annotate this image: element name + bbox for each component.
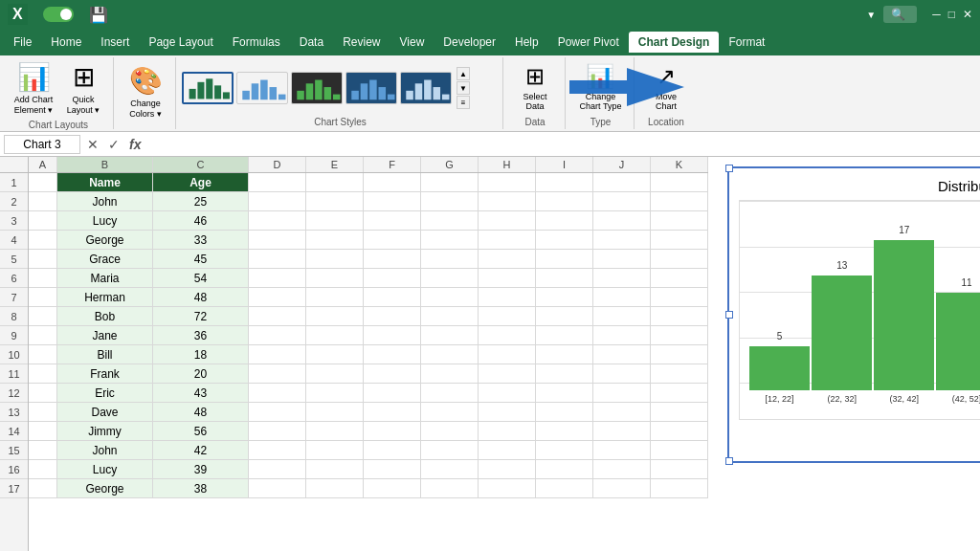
- cell-b10[interactable]: Bill: [57, 345, 153, 364]
- cell-i12[interactable]: [536, 384, 593, 403]
- cell-b5[interactable]: Grace: [57, 250, 153, 269]
- cell-i15[interactable]: [536, 441, 593, 460]
- chart-styles-down[interactable]: ▼: [457, 81, 470, 95]
- cell-c10[interactable]: 18: [153, 345, 249, 364]
- cell-c7[interactable]: 48: [153, 288, 249, 307]
- col-header-b[interactable]: B: [57, 157, 153, 172]
- bar-0[interactable]: 5: [749, 346, 810, 390]
- row-header-5[interactable]: 5: [0, 250, 28, 269]
- cell-c3[interactable]: 46: [153, 211, 249, 231]
- tab-view[interactable]: View: [390, 32, 434, 53]
- cell-c16[interactable]: 39: [153, 460, 249, 479]
- cell-k2[interactable]: [651, 192, 708, 211]
- cell-f2[interactable]: [364, 192, 421, 211]
- row-header-6[interactable]: 6: [0, 269, 28, 288]
- cell-b13[interactable]: Dave: [57, 403, 153, 422]
- cell-f15[interactable]: [364, 441, 421, 460]
- autosave-toggle[interactable]: [43, 7, 74, 22]
- cell-j7[interactable]: [593, 288, 651, 307]
- cell-b16[interactable]: Lucy: [57, 460, 153, 479]
- row-header-7[interactable]: 7: [0, 288, 28, 307]
- col-header-d[interactable]: D: [249, 157, 306, 172]
- row-header-3[interactable]: 3: [0, 211, 28, 231]
- row-header-8[interactable]: 8: [0, 307, 28, 326]
- chart-style-3[interactable]: [291, 72, 343, 104]
- cell-h10[interactable]: [479, 345, 536, 364]
- cell-g2[interactable]: [421, 192, 479, 211]
- cell-i8[interactable]: [536, 307, 593, 326]
- row-header-11[interactable]: 11: [0, 364, 28, 384]
- cell-a15[interactable]: [29, 441, 57, 460]
- cell-g10[interactable]: [421, 345, 479, 364]
- cell-j8[interactable]: [593, 307, 651, 326]
- cell-b11[interactable]: Frank: [57, 364, 153, 384]
- chart-handle-0[interactable]: [725, 165, 733, 172]
- cell-b6[interactable]: Maria: [57, 269, 153, 288]
- cell-j6[interactable]: [593, 269, 651, 288]
- tab-home[interactable]: Home: [41, 32, 91, 53]
- cell-h15[interactable]: [479, 441, 536, 460]
- cell-g12[interactable]: [421, 384, 479, 403]
- cell-f16[interactable]: [364, 460, 421, 479]
- tab-power-pivot[interactable]: Power Pivot: [548, 32, 629, 53]
- cell-j4[interactable]: [593, 231, 651, 250]
- cell-c14[interactable]: 56: [153, 422, 249, 441]
- row-header-2[interactable]: 2: [0, 192, 28, 211]
- cell-h16[interactable]: [479, 460, 536, 479]
- tab-chart-design[interactable]: Chart Design: [629, 32, 720, 53]
- cell-a12[interactable]: [29, 384, 57, 403]
- cell-k8[interactable]: [651, 307, 708, 326]
- col-header-e[interactable]: E: [306, 157, 364, 172]
- chart-style-5[interactable]: [400, 72, 452, 104]
- cell-e1[interactable]: [306, 173, 364, 192]
- cell-d14[interactable]: [249, 422, 306, 441]
- cell-d4[interactable]: [249, 231, 306, 250]
- cell-c8[interactable]: 72: [153, 307, 249, 326]
- cell-j9[interactable]: [593, 326, 651, 345]
- name-box[interactable]: [4, 135, 80, 154]
- cell-g4[interactable]: [421, 231, 479, 250]
- bar-3[interactable]: 11: [936, 293, 980, 390]
- cell-g9[interactable]: [421, 326, 479, 345]
- cell-j15[interactable]: [593, 441, 651, 460]
- chart-style-1[interactable]: [182, 72, 234, 104]
- cell-i3[interactable]: [536, 211, 593, 231]
- cell-k5[interactable]: [651, 250, 708, 269]
- cell-a11[interactable]: [29, 364, 57, 384]
- cell-k4[interactable]: [651, 231, 708, 250]
- cell-c6[interactable]: 54: [153, 269, 249, 288]
- cell-f14[interactable]: [364, 422, 421, 441]
- cell-b14[interactable]: Jimmy: [57, 422, 153, 441]
- cell-i4[interactable]: [536, 231, 593, 250]
- row-header-14[interactable]: 14: [0, 422, 28, 441]
- cell-h13[interactable]: [479, 403, 536, 422]
- cell-j1[interactable]: [593, 173, 651, 192]
- cell-d15[interactable]: [249, 441, 306, 460]
- cell-i16[interactable]: [536, 460, 593, 479]
- col-header-c[interactable]: C: [153, 157, 249, 172]
- cell-c4[interactable]: 33: [153, 231, 249, 250]
- cell-a8[interactable]: [29, 307, 57, 326]
- chart-handle-3[interactable]: [725, 311, 733, 319]
- cell-i13[interactable]: [536, 403, 593, 422]
- cell-e10[interactable]: [306, 345, 364, 364]
- cell-e12[interactable]: [306, 384, 364, 403]
- change-chart-type-button[interactable]: 📊 ChangeChart Type: [576, 59, 626, 115]
- cell-j12[interactable]: [593, 384, 651, 403]
- cell-f8[interactable]: [364, 307, 421, 326]
- formula-confirm-btn[interactable]: ✓: [105, 137, 122, 152]
- bar-1[interactable]: 13: [812, 276, 872, 390]
- cell-e8[interactable]: [306, 307, 364, 326]
- cell-a9[interactable]: [29, 326, 57, 345]
- cell-e2[interactable]: [306, 192, 364, 211]
- cell-j17[interactable]: [593, 479, 651, 498]
- cell-k17[interactable]: [651, 479, 708, 498]
- cell-a7[interactable]: [29, 288, 57, 307]
- cell-j14[interactable]: [593, 422, 651, 441]
- cell-j3[interactable]: [593, 211, 651, 231]
- cell-h17[interactable]: [479, 479, 536, 498]
- cell-e6[interactable]: [306, 269, 364, 288]
- cell-b17[interactable]: George: [57, 479, 153, 498]
- cell-d5[interactable]: [249, 250, 306, 269]
- cell-e15[interactable]: [306, 441, 364, 460]
